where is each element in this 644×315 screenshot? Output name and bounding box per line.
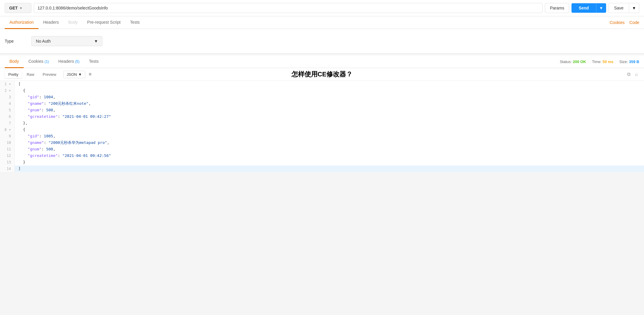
toolbar-right: ⧉ ⌕ — [626, 70, 639, 78]
json-chevron: ▼ — [78, 72, 82, 77]
send-group: Send ▼ — [571, 3, 606, 13]
code-line-7: 7 }, — [0, 120, 644, 126]
params-button[interactable]: Params — [545, 3, 569, 13]
response-tab-tests[interactable]: Tests — [84, 55, 104, 68]
filter-icon[interactable]: ≡ — [89, 72, 91, 77]
auth-type-select[interactable]: No Auth ▼ — [31, 36, 102, 46]
headers-badge: (5) — [75, 60, 80, 64]
code-line-8: 8 ▾ { — [0, 126, 644, 133]
response-tabs-row: Body Cookies (1) Headers (5) Tests Statu… — [0, 55, 644, 68]
tab-right-links: Cookies Code — [610, 17, 639, 28]
format-preview-btn[interactable]: Preview — [39, 71, 60, 78]
format-pretty-btn[interactable]: Pretty — [5, 71, 22, 78]
cookies-badge: (1) — [44, 60, 49, 64]
code-line-12: 12 "gcreatetime": "2021-04-01 09:42:56" — [0, 152, 644, 159]
status-value: 200 OK — [573, 60, 586, 64]
method-chevron: ▼ — [20, 7, 22, 10]
response-toolbar: Pretty Raw Preview JSON ▼ ≡ 怎样使用CE修改器？ ⧉… — [0, 68, 644, 81]
auth-body: Type No Auth ▼ — [0, 29, 644, 53]
code-area: 1 ▾ [ 2 ▾ { 3 "gid": 1004, 4 "gname": "2… — [0, 81, 644, 172]
watermark-text: 怎样使用CE修改器？ — [292, 70, 353, 79]
code-line-11: 11 "gnum": 500, — [0, 146, 644, 152]
format-raw-btn[interactable]: Raw — [23, 71, 38, 78]
type-label: Type — [5, 39, 14, 44]
response-tab-body[interactable]: Body — [5, 55, 24, 68]
save-dropdown-btn[interactable]: ▼ — [629, 3, 639, 13]
time-value: 50 ms — [603, 60, 614, 64]
tab-authorization[interactable]: Authorization — [5, 16, 38, 29]
top-bar: GET ▼ Params Send ▼ Save ▼ — [0, 0, 644, 16]
code-line-9: 9 "gid": 1005, — [0, 133, 644, 139]
tab-body[interactable]: Body — [64, 16, 83, 29]
json-label: JSON — [67, 72, 77, 77]
response-tab-headers[interactable]: Headers (5) — [54, 55, 84, 68]
request-tabs-row: Authorization Headers Body Pre-request S… — [0, 16, 644, 29]
status-label: Status: 200 OK — [560, 60, 586, 64]
search-button[interactable]: ⌕ — [634, 70, 639, 78]
save-button[interactable]: Save — [608, 3, 629, 13]
save-group: Save ▼ — [608, 3, 639, 13]
tab-tests[interactable]: Tests — [125, 16, 144, 29]
code-line-3: 3 "gid": 1004, — [0, 94, 644, 100]
response-section: Body Cookies (1) Headers (5) Tests Statu… — [0, 55, 644, 172]
size-value: 359 B — [629, 60, 639, 64]
url-input[interactable] — [34, 3, 542, 13]
send-button[interactable]: Send — [571, 3, 596, 13]
code-line-4: 4 "gname": "200元秒杀红米note", — [0, 100, 644, 107]
time-label: Time: 50 ms — [592, 60, 614, 64]
code-line-6: 6 "gcreatetime": "2021-04-01 09:42:27" — [0, 113, 644, 120]
response-tab-cookies[interactable]: Cookies (1) — [24, 55, 54, 68]
cookies-link[interactable]: Cookies — [610, 17, 625, 28]
copy-button[interactable]: ⧉ — [626, 70, 632, 78]
tab-headers[interactable]: Headers — [38, 16, 64, 29]
code-link[interactable]: Code — [629, 17, 639, 28]
json-format-select[interactable]: JSON ▼ — [63, 71, 85, 78]
code-line-14: 14 ] — [0, 165, 644, 172]
status-info: Status: 200 OK Time: 50 ms Size: 359 B — [560, 60, 639, 64]
method-label: GET — [9, 6, 18, 10]
method-dropdown[interactable]: GET ▼ — [5, 3, 31, 13]
code-line-2: 2 ▾ { — [0, 87, 644, 94]
size-label: Size: 359 B — [619, 60, 639, 64]
tab-pre-request-script[interactable]: Pre-request Script — [83, 16, 125, 29]
send-dropdown[interactable]: ▼ — [596, 3, 606, 13]
request-section: Authorization Headers Body Pre-request S… — [0, 16, 644, 54]
code-line-5: 5 "gnum": 500, — [0, 107, 644, 113]
code-line-10: 10 "gname": "2000元秒杀华为metapad pro", — [0, 139, 644, 146]
code-line-1: 1 ▾ [ — [0, 81, 644, 87]
code-line-13: 13 } — [0, 159, 644, 165]
